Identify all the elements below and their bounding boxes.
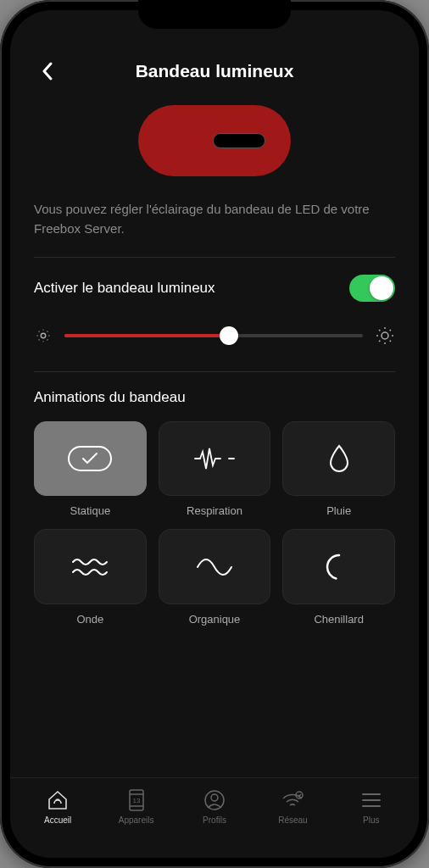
brightness-slider[interactable] [64, 334, 363, 337]
tab-label: Profils [203, 815, 226, 825]
pulse-icon [193, 446, 236, 471]
svg-rect-2 [69, 447, 111, 470]
animation-item-organique: Organique [159, 529, 271, 625]
animations-title: Animations du bandeau [34, 389, 395, 406]
spinner-icon [325, 553, 354, 581]
tabbar: Accueil 13 Appareils Profils Réseau [10, 777, 419, 858]
toggle-knob [370, 276, 393, 300]
enable-toggle-row: Activer le bandeau lumineux [34, 275, 395, 302]
animation-label: Respiration [187, 504, 242, 517]
device-capsule [138, 105, 291, 176]
network-icon [281, 788, 304, 812]
device-illustration [34, 105, 395, 176]
slider-thumb [220, 326, 238, 345]
tab-accueil[interactable]: Accueil [19, 788, 97, 825]
menu-icon [359, 788, 383, 812]
divider [34, 371, 395, 372]
slider-fill [64, 334, 229, 337]
animations-grid: Statique Respiration Pluie [34, 421, 395, 626]
animation-tile-chenillard[interactable] [282, 529, 395, 604]
animation-item-respiration: Respiration [159, 421, 271, 517]
animation-tile-onde[interactable] [34, 529, 147, 604]
tab-reseau[interactable]: Réseau [254, 788, 332, 825]
animation-item-pluie: Pluie [282, 421, 395, 517]
animation-item-chenillard: Chenillard [282, 529, 395, 625]
enable-toggle-label: Activer le bandeau lumineux [34, 280, 215, 297]
animation-item-statique: Statique [34, 421, 147, 517]
animation-tile-organique[interactable] [159, 529, 271, 604]
tab-label: Plus [363, 815, 379, 825]
svg-point-0 [41, 333, 46, 338]
animation-tile-statique[interactable] [34, 421, 147, 496]
divider [34, 257, 395, 258]
phone-frame: Bandeau lumineux Vous pouvez régler l'éc… [0, 0, 429, 868]
animation-label: Statique [70, 504, 110, 517]
svg-point-8 [211, 794, 218, 801]
page-title: Bandeau lumineux [136, 61, 294, 81]
sine-icon [196, 557, 233, 577]
notch [138, 0, 291, 29]
waves-icon [71, 557, 109, 577]
tab-profils[interactable]: Profils [176, 788, 254, 825]
animation-label: Chenillard [314, 613, 364, 626]
device-slot [213, 133, 265, 148]
description-text: Vous pouvez régler l'éclairage du bandea… [34, 200, 395, 238]
enable-toggle[interactable] [349, 275, 395, 302]
tab-label: Appareils [119, 815, 154, 825]
devices-icon: 13 [125, 788, 148, 812]
header: Bandeau lumineux [34, 61, 395, 81]
animation-tile-respiration[interactable] [159, 421, 271, 496]
droplet-icon [327, 444, 351, 473]
screen: Bandeau lumineux Vous pouvez régler l'éc… [10, 10, 419, 858]
animation-label: Pluie [326, 504, 351, 517]
tab-plus[interactable]: Plus [332, 788, 410, 825]
check-capsule-icon [68, 446, 112, 471]
profile-icon [203, 788, 226, 812]
tab-appareils[interactable]: 13 Appareils [97, 788, 175, 825]
svg-text:13: 13 [132, 797, 140, 804]
tab-label: Réseau [278, 815, 307, 825]
brightness-high-icon [375, 326, 395, 346]
animation-label: Onde [76, 613, 103, 626]
back-button[interactable] [34, 58, 61, 85]
tab-label: Accueil [44, 815, 71, 825]
animation-label: Organique [189, 613, 241, 626]
home-icon [46, 788, 70, 812]
animation-tile-pluie[interactable] [282, 421, 395, 496]
brightness-low-icon [34, 326, 53, 345]
svg-point-1 [382, 332, 388, 339]
chevron-left-icon [42, 62, 53, 81]
animation-item-onde: Onde [34, 529, 147, 625]
content-area: Bandeau lumineux Vous pouvez régler l'éc… [10, 10, 419, 777]
brightness-slider-row [34, 326, 395, 346]
